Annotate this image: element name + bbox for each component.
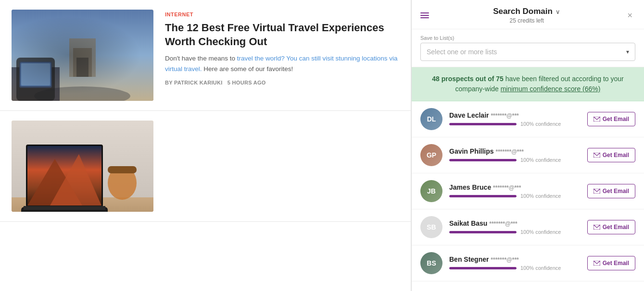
article-image-travel [12,10,153,101]
confidence-text-james: 100% confidence [520,193,561,199]
header-title: Search Domain [493,7,553,16]
right-header: Search Domain ∨ 25 credits left × [412,0,644,29]
svg-rect-9 [21,63,50,85]
prospect-email-mask-ben: *******@*** [491,256,518,263]
prospect-avatar-gavin: GP [420,144,442,166]
confidence-bar-fill-dave [449,123,517,125]
menu-line-1 [420,12,429,13]
header-title-row: Search Domain ∨ [493,7,560,16]
article-author: BY PATRICK KARIUKI [165,80,223,85]
svg-rect-8 [20,62,51,86]
svg-rect-5 [12,67,60,101]
menu-line-3 [420,17,429,18]
prospect-row: DL Dave Leclair *******@*** 100% confide… [412,101,644,137]
confidence-bar-bg-dave [449,123,517,125]
confidence-text-gavin: 100% confidence [520,157,561,163]
get-email-button-james[interactable]: Get Email [587,184,635,198]
menu-icon[interactable] [420,12,429,18]
svg-point-4 [34,86,130,101]
article-meta: BY PATRICK KARIUKI 5 HOURS AGO [165,80,399,85]
article-row-2 [0,111,411,222]
close-button[interactable]: × [624,10,635,21]
svg-rect-19 [108,166,137,173]
confidence-bar-bg-gavin [449,159,517,161]
prospect-name-james: James Bruce *******@*** [449,183,581,191]
prospect-info-dave: Dave Leclair *******@*** 100% confidence [449,111,581,127]
avatar-initials-james: JB [427,187,436,195]
save-to-list-section: Save to List(s) Select one or more lists… [412,29,644,67]
article-content: INTERNET The 12 Best Free Virtual Travel… [165,10,399,85]
header-left [420,12,429,18]
article-excerpt: Don't have the means to travel the world… [165,53,399,74]
prospect-name-ben: Ben Stegner *******@*** [449,255,581,263]
domain-arrow[interactable]: ∨ [556,8,560,15]
email-icon-dave [593,117,600,121]
svg-rect-6 [16,58,55,101]
travel-image-svg [12,10,153,101]
email-icon-james [593,189,600,194]
article-title: The 12 Best Free Virtual Travel Experien… [165,21,399,48]
confidence-bar-fill-saikat [449,231,517,233]
confidence-wrapper-ben: 100% confidence [449,265,581,271]
tech-image-svg [12,121,153,212]
prospect-email-mask-gavin: *******@*** [495,148,523,155]
confidence-wrapper-saikat: 100% confidence [449,229,581,235]
confidence-text-dave: 100% confidence [520,121,561,127]
prospect-row: BS Ben Stegner *******@*** 100% confiden… [412,245,644,281]
svg-rect-1 [69,38,96,77]
filter-link[interactable]: minimum confidence score (66%) [501,85,601,93]
header-credits: 25 credits left [493,17,560,24]
svg-rect-7 [19,61,52,88]
svg-rect-3 [76,58,88,77]
confidence-wrapper-james: 100% confidence [449,193,581,199]
confidence-bar-fill-gavin [449,159,517,161]
list-select[interactable]: Select one or more lists [421,43,635,61]
confidence-bar-fill-ben [449,267,517,269]
avatar-initials-gavin: GP [427,151,436,159]
confidence-bar-bg-saikat [449,231,517,233]
confidence-text-saikat: 100% confidence [520,229,561,235]
header-center: Search Domain ∨ 25 credits left [493,7,560,24]
prospects-list: DL Dave Leclair *******@*** 100% confide… [412,101,644,291]
email-icon-ben [593,261,600,266]
list-select-wrapper[interactable]: Select one or more lists ▾ [420,43,635,61]
confidence-bar-fill-james [449,195,517,197]
get-email-button-ben[interactable]: Get Email [587,256,635,270]
confidence-text-ben: 100% confidence [520,265,561,271]
confidence-wrapper-gavin: 100% confidence [449,157,581,163]
save-to-list-label: Save to List(s) [420,35,635,41]
filter-bold-text: 48 prospects out of 75 [432,75,504,83]
prospect-name-gavin: Gavin Phillips *******@*** [449,147,581,155]
confidence-bar-bg-ben [449,267,517,269]
prospect-avatar-james: JB [420,180,442,202]
email-icon-gavin [593,153,600,158]
prospect-avatar-ben: BS [420,252,442,274]
menu-line-2 [420,15,429,16]
prospect-avatar-dave: DL [420,108,442,130]
filter-banner: 48 prospects out of 75 have been filtere… [412,67,644,101]
article-list: INTERNET The 12 Best Free Virtual Travel… [0,0,411,291]
article-category: INTERNET [165,12,399,17]
article-image-tech [12,121,153,212]
prospect-avatar-saikat: SB [420,216,442,238]
avatar-initials-ben: BS [427,259,436,267]
prospect-info-saikat: Saikat Basu *******@*** 100% confidence [449,219,581,235]
prospect-row: JB James Bruce *******@*** 100% confiden… [412,173,644,209]
prospect-row: GP Gavin Phillips *******@*** 100% confi… [412,137,644,173]
get-email-button-dave[interactable]: Get Email [587,112,635,126]
avatar-initials-dave: DL [427,115,436,123]
get-email-button-gavin[interactable]: Get Email [587,148,635,162]
prospect-info-gavin: Gavin Phillips *******@*** 100% confiden… [449,147,581,163]
prospect-info-ben: Ben Stegner *******@*** 100% confidence [449,255,581,271]
article-time: 5 HOURS AGO [227,80,266,85]
svg-rect-0 [12,10,153,101]
right-panel: Search Domain ∨ 25 credits left × Save t… [411,0,644,291]
prospect-email-mask-dave: *******@*** [491,112,518,119]
svg-rect-2 [73,48,92,77]
get-email-button-saikat[interactable]: Get Email [587,220,635,234]
avatar-initials-saikat: SB [427,223,436,231]
prospect-name-saikat: Saikat Basu *******@*** [449,219,581,227]
prospect-email-mask-james: *******@*** [493,184,521,191]
prospect-row: SB Saikat Basu *******@*** 100% confiden… [412,209,644,245]
confidence-wrapper-dave: 100% confidence [449,121,581,127]
